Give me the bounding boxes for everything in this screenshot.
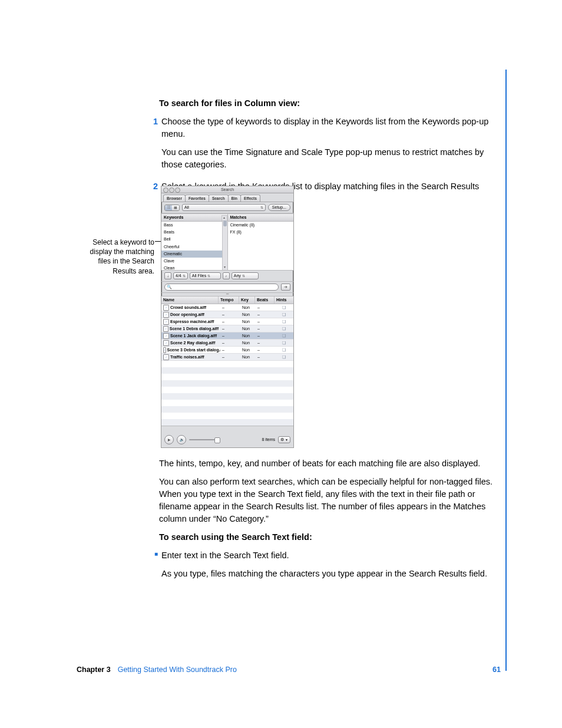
scale-popup[interactable]: Any ⇅ [232, 272, 259, 279]
keyword-row[interactable]: Beats [161, 229, 227, 236]
scale-icon[interactable]: ♪ [223, 272, 230, 279]
footer-title: Getting Started With Soundtrack Pro [118, 664, 237, 675]
step-number-2: 2 [146, 180, 161, 211]
table-row[interactable]: ♪Espresso machine.aiff–Non–❏ [161, 318, 293, 325]
cell-hints: ❏ [275, 333, 293, 339]
file-icon: ♪ [163, 333, 169, 339]
col-tempo[interactable]: Tempo [219, 297, 239, 304]
keyword-row[interactable]: Cheerful [161, 243, 227, 251]
cell-beats: – [256, 347, 275, 353]
go-button[interactable]: ➔ [281, 284, 290, 291]
play-icon: ▶ [168, 437, 171, 443]
match-row[interactable]: FX (8) [228, 229, 294, 236]
hint-icon: ❏ [282, 340, 286, 346]
chevron-updown-icon: ⇅ [260, 205, 263, 210]
chevron-updown-icon: ⇅ [207, 273, 210, 279]
traffic-light-minimize-icon[interactable] [169, 187, 174, 193]
cell-hints: ❏ [275, 347, 293, 353]
hint-icon: ❏ [282, 312, 286, 318]
cell-key: Non [240, 340, 256, 346]
traffic-light-zoom-icon[interactable] [175, 187, 180, 193]
figure-callout: Select a keyword to display the matching… [90, 238, 154, 276]
bullet-square-icon: ■ [146, 549, 161, 586]
scale-value: Any [234, 273, 241, 279]
column-view-icon[interactable]: ☷ [165, 205, 172, 210]
volume-button[interactable]: 🔉 [177, 435, 186, 444]
button-view-icon[interactable]: ▦ [172, 205, 179, 210]
cell-beats: – [256, 340, 275, 346]
cell-key: Non [240, 312, 256, 318]
empty-rows [161, 361, 293, 426]
item-count: 8 items [262, 437, 275, 443]
setup-button[interactable]: Setup... [268, 204, 290, 211]
match-row[interactable]: Cinematic (8) [228, 222, 294, 229]
table-row[interactable]: ♪Door opening.aiff–Non–❏ [161, 311, 293, 318]
timesig-icon[interactable]: ♩ [164, 272, 171, 279]
file-icon: ♪ [163, 312, 169, 318]
cell-hints: ❏ [275, 319, 293, 325]
cell-beats: – [256, 326, 275, 332]
table-row[interactable]: ♪Scene 1 Debra dialog.aiff–Non–❏ [161, 325, 293, 332]
keyword-row[interactable]: Bell [161, 236, 227, 243]
footer-chapter: Chapter 3 [77, 664, 111, 675]
tab-favorites[interactable]: Favorites [185, 195, 209, 202]
keyword-row[interactable]: Clean [161, 265, 227, 270]
tab-browser[interactable]: Browser [163, 195, 186, 202]
paragraph-hints: The hints, tempo, key, and number of bea… [159, 457, 498, 470]
cell-key: Non [240, 333, 256, 339]
tab-search[interactable]: Search [209, 195, 229, 202]
cell-tempo: – [220, 340, 240, 346]
keywords-popup-label: All [184, 205, 189, 210]
cell-key: Non [240, 354, 256, 360]
cell-beats: – [256, 312, 275, 318]
col-name[interactable]: Name [161, 297, 219, 304]
hint-icon: ❏ [282, 319, 286, 325]
cell-hints: ❏ [275, 340, 293, 346]
table-row[interactable]: ♪Scene 2 Ray dialog.aiff–Non–❏ [161, 340, 293, 347]
file-icon: ♪ [163, 347, 166, 353]
volume-slider[interactable] [189, 439, 219, 440]
hint-icon: ❏ [282, 347, 286, 353]
cell-beats: – [256, 305, 275, 311]
cell-tempo: – [220, 305, 240, 311]
file-icon: ♪ [163, 319, 169, 325]
timesig-popup[interactable]: 4/4 ⇅ [173, 272, 188, 279]
hint-icon: ❏ [282, 305, 286, 311]
step-number-1: 1 [146, 116, 161, 177]
slider-thumb[interactable] [214, 437, 220, 443]
keyword-row[interactable]: Bass [161, 222, 227, 229]
cell-tempo: – [220, 354, 240, 360]
file-filter-popup[interactable]: All Files ⇅ [190, 272, 221, 279]
status-bar [161, 426, 293, 432]
col-hints[interactable]: Hints [275, 297, 293, 304]
file-icon: ♪ [163, 305, 169, 311]
scroll-down-arrow-icon[interactable]: ▾ [223, 265, 227, 270]
view-mode-segmented[interactable]: ☷ ▦ [164, 205, 180, 211]
step-1-note: You can use the Time Signature and Scale… [161, 146, 498, 171]
keyword-row[interactable]: Clave [161, 258, 227, 265]
cell-tempo: – [220, 312, 240, 318]
traffic-light-close-icon[interactable] [163, 187, 168, 193]
col-beats[interactable]: Beats [255, 297, 275, 304]
col-key[interactable]: Key [239, 297, 255, 304]
search-text-field[interactable]: 🔍 [164, 284, 279, 291]
cell-tempo: – [220, 326, 240, 332]
tab-effects[interactable]: Effects [240, 195, 260, 202]
paragraph-text-search: You can also perform text searches, whic… [159, 476, 498, 525]
cell-hints: ❏ [275, 326, 293, 332]
keywords-scrollbar[interactable]: ▴ ▾ [222, 220, 227, 270]
file-name: Scene 1 Jack dialog.aiff [170, 333, 217, 339]
table-row[interactable]: ♪Scene 1 Jack dialog.aiff–Non–❏ [161, 332, 293, 340]
table-row[interactable]: ♪Scene 3 Debra start dialog.aiff–Non–❏ [161, 347, 293, 354]
table-row[interactable]: ♪Crowd sounds.aiff–Non–❏ [161, 304, 293, 311]
tab-bin[interactable]: Bin [228, 195, 241, 202]
cell-beats: – [256, 354, 275, 360]
table-row[interactable]: ♪Traffic noises.aiff–Non–❏ [161, 354, 293, 361]
play-button[interactable]: ▶ [164, 435, 174, 444]
cell-key: Non [240, 305, 256, 311]
keyword-row[interactable]: Cinematic [161, 251, 227, 258]
file-name: Traffic noises.aiff [170, 354, 204, 360]
scroll-thumb[interactable] [223, 220, 227, 226]
keywords-popup[interactable]: All ⇅ [182, 204, 266, 211]
action-menu[interactable]: ⚙ ▼ [278, 436, 290, 443]
